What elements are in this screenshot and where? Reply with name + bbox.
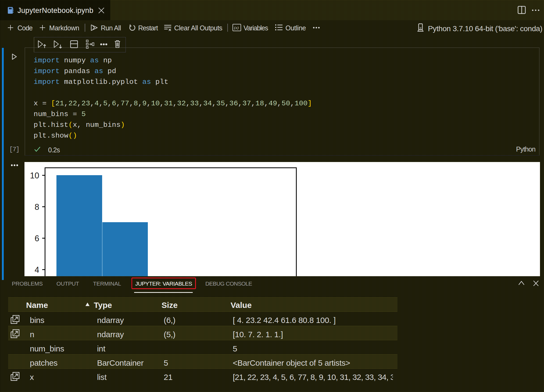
svg-text:(x): (x) [234, 26, 239, 30]
